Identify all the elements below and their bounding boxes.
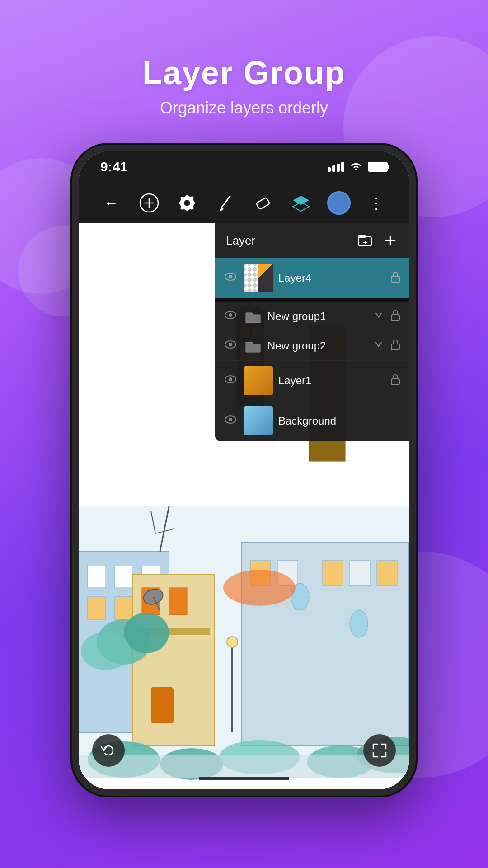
- battery-icon: [368, 162, 388, 172]
- add-button[interactable]: [136, 189, 163, 217]
- color-picker-button[interactable]: [325, 189, 352, 217]
- signal-bar-1: [328, 167, 331, 172]
- svg-point-77: [229, 418, 232, 421]
- layer-name-layer1: Layer1: [278, 374, 383, 387]
- settings-button[interactable]: [174, 189, 201, 217]
- svg-point-42: [227, 637, 238, 647]
- svg-point-40: [350, 610, 368, 637]
- svg-rect-26: [88, 597, 106, 619]
- phone-frame: 9:41: [72, 145, 416, 796]
- brush-button[interactable]: [211, 189, 239, 217]
- layer-chevron-g1[interactable]: [374, 311, 383, 322]
- layer-panel-title: Layer: [226, 234, 255, 248]
- svg-rect-4: [256, 198, 270, 210]
- phone-screen: 9:41: [79, 151, 409, 789]
- undo-button[interactable]: [92, 734, 125, 767]
- layer-visibility-icon-g1[interactable]: [222, 311, 239, 322]
- svg-rect-51: [79, 755, 409, 778]
- phone-wrapper: 9:41: [72, 145, 416, 796]
- layer-row-layer1[interactable]: Layer1: [215, 361, 409, 401]
- status-time: 9:41: [100, 159, 127, 175]
- layer-name-group2: New group2: [267, 340, 369, 352]
- svg-point-65: [229, 275, 232, 278]
- canvas-area[interactable]: Layer: [79, 223, 409, 789]
- svg-point-44: [124, 613, 169, 653]
- svg-rect-24: [115, 565, 133, 588]
- svg-rect-72: [391, 344, 399, 350]
- svg-rect-32: [151, 687, 174, 723]
- svg-point-45: [81, 632, 131, 670]
- layer-visibility-icon-g2[interactable]: [222, 340, 239, 352]
- layers-button[interactable]: [287, 189, 314, 217]
- wifi-icon: [350, 160, 362, 173]
- folder-icon-g2: [244, 337, 262, 355]
- layer-lock-icon-l1[interactable]: [389, 373, 402, 388]
- status-bar: 9:41: [79, 151, 409, 183]
- volume-down-button[interactable]: [72, 282, 78, 314]
- svg-point-68: [229, 313, 232, 317]
- svg-point-52: [223, 570, 296, 606]
- svg-point-71: [229, 343, 232, 346]
- svg-rect-69: [391, 315, 399, 321]
- svg-line-3: [222, 196, 230, 207]
- header-section: Layer Group Organize layers orderly: [142, 54, 346, 118]
- svg-rect-66: [391, 276, 399, 282]
- layer-separator-1: [215, 298, 409, 302]
- layer-panel: Layer: [215, 223, 409, 441]
- eraser-button[interactable]: [249, 189, 277, 217]
- svg-rect-75: [391, 379, 399, 385]
- svg-rect-27: [115, 597, 133, 619]
- home-indicator[interactable]: [199, 777, 289, 780]
- add-group-button[interactable]: [357, 232, 373, 249]
- signal-bar-2: [332, 165, 335, 172]
- layer-thumbnail-layer1: [244, 366, 273, 395]
- layer-name-layer4: Layer4: [278, 272, 383, 284]
- layer-visibility-icon[interactable]: [222, 272, 239, 284]
- signal-bar-4: [341, 162, 344, 172]
- svg-rect-31: [169, 588, 187, 615]
- layer-row-group2[interactable]: New group2: [215, 331, 409, 361]
- layer-visibility-icon-l1[interactable]: [222, 375, 239, 387]
- status-icons: [328, 160, 388, 173]
- signal-bar-3: [337, 164, 340, 172]
- layer-thumbnail-layer4: [244, 264, 273, 292]
- svg-rect-37: [350, 561, 370, 585]
- svg-rect-23: [88, 565, 106, 588]
- layer-name-group1: New group1: [267, 310, 369, 323]
- more-options-button[interactable]: ⋮: [363, 189, 390, 217]
- page-title: Layer Group: [142, 54, 346, 91]
- layer-row-background[interactable]: Background: [215, 401, 409, 441]
- signal-icon: [328, 162, 344, 172]
- layer-name-background: Background: [278, 415, 402, 427]
- layer-lock-icon-g1[interactable]: [389, 309, 402, 324]
- layer-visibility-icon-bg[interactable]: [222, 415, 239, 427]
- page-subtitle: Organize layers orderly: [142, 99, 346, 118]
- folder-icon-g1: [244, 307, 262, 326]
- volume-up-button[interactable]: [72, 241, 78, 273]
- layer-lock-icon-g2[interactable]: [389, 339, 402, 353]
- layer-row-group1[interactable]: New group1: [215, 302, 409, 331]
- layer-chevron-g2[interactable]: [374, 340, 383, 352]
- power-button[interactable]: [410, 241, 416, 278]
- svg-marker-5: [293, 196, 309, 205]
- back-button[interactable]: ←: [98, 189, 125, 217]
- expand-button[interactable]: [363, 734, 396, 767]
- svg-point-74: [229, 377, 232, 381]
- toolbar: ←: [79, 183, 409, 223]
- layer-lock-icon[interactable]: [389, 271, 402, 285]
- svg-rect-36: [323, 561, 343, 585]
- layer-header-actions: [357, 232, 399, 249]
- layer-row-layer4[interactable]: Layer4: [215, 258, 409, 298]
- svg-rect-38: [377, 561, 397, 585]
- layer-thumbnail-background: [244, 406, 273, 435]
- add-layer-button[interactable]: [382, 232, 399, 249]
- layer-panel-header: Layer: [215, 223, 409, 258]
